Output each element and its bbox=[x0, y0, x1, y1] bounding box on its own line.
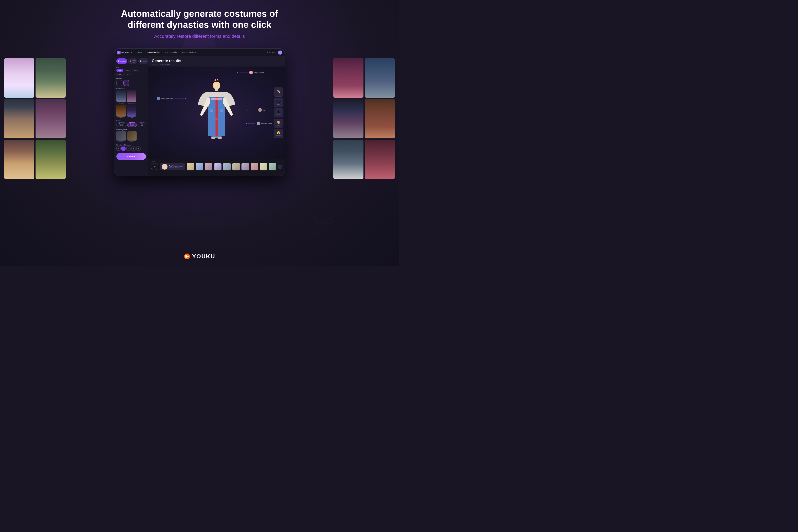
right-img-2 bbox=[365, 58, 395, 98]
inpainting-icon: ✏️ bbox=[277, 90, 280, 93]
download-icon: ⬇ bbox=[277, 110, 280, 114]
logo-icon: N bbox=[117, 51, 120, 54]
left-img-6 bbox=[36, 140, 66, 179]
svg-point-14 bbox=[217, 137, 222, 139]
project-thumb-9[interactable] bbox=[260, 163, 267, 170]
gender-female[interactable]: ♀ bbox=[124, 80, 129, 86]
right-img-4 bbox=[365, 99, 395, 138]
style-painting[interactable]: Painting bbox=[127, 131, 137, 142]
hd-icon: HD bbox=[277, 100, 281, 103]
folder-info: Tang Dynasty female Nov.24.2023 10:30 bbox=[169, 165, 183, 168]
center-figure bbox=[196, 77, 237, 148]
tab-clothes[interactable]: 👕 Clothes bbox=[116, 58, 127, 64]
header-title: Automatically generate costumes of diffe… bbox=[116, 8, 283, 30]
right-img-6 bbox=[365, 140, 395, 179]
nav-avatar[interactable] bbox=[278, 51, 282, 55]
prof-img-wuzhou bbox=[116, 90, 126, 102]
num-3[interactable]: 3 bbox=[126, 147, 131, 151]
drawing-label: Drawing style bbox=[116, 129, 146, 131]
app-navbar: N NICHANG AI Home Apparel design Trainin… bbox=[114, 49, 285, 56]
left-img-3 bbox=[4, 99, 34, 138]
project-next-button[interactable]: › bbox=[278, 165, 282, 169]
project-strip: Project + Tang Dynasty female Nov.24.202… bbox=[148, 159, 285, 176]
era-section: Era Tang Song Yuan Ming Qing bbox=[116, 66, 146, 76]
svg-point-4 bbox=[217, 79, 218, 80]
gender-male[interactable]: ♂ bbox=[116, 80, 122, 86]
project-thumb-6[interactable] bbox=[232, 163, 240, 170]
project-thumb-3[interactable] bbox=[205, 163, 212, 170]
nav-training[interactable]: Training model bbox=[164, 51, 178, 54]
prof-geisha[interactable]: Geisha bbox=[116, 104, 126, 118]
header-subtitle: Accurately restore different forms and d… bbox=[116, 34, 283, 39]
annotation-chest: Chest-length skirt bbox=[157, 97, 186, 100]
form-buttons: Round collar Cross collar Flat collar bbox=[116, 122, 146, 127]
prof-wuzhou[interactable]: Wu Zhou bbox=[116, 90, 126, 104]
era-buttons: Tang Song Yuan Ming Qing bbox=[116, 69, 146, 76]
project-thumb-8[interactable] bbox=[251, 163, 258, 170]
prof-court[interactable]: Court ladies bbox=[127, 90, 136, 104]
generate-meta: 2024.10.10 17:58 | 2 images bbox=[152, 64, 281, 65]
form-label: Form bbox=[116, 120, 146, 122]
folder-avatar bbox=[162, 164, 168, 170]
tab-makeup[interactable]: 💄 Make up bbox=[128, 58, 137, 64]
annotation-pattern: Baoxiang pattern bbox=[246, 121, 272, 125]
tool-style[interactable]: 🎨 style bbox=[274, 119, 283, 128]
style-original[interactable]: Original bbox=[116, 131, 126, 142]
project-thumb-2[interactable] bbox=[196, 163, 203, 170]
form-round[interactable]: Round collar bbox=[116, 122, 126, 127]
project-add-button[interactable]: + bbox=[151, 163, 158, 170]
deco-star-2: ✦ bbox=[345, 187, 347, 189]
content-header: Generate results 2024.10.10 17:58 | 2 im… bbox=[148, 56, 285, 66]
tool-resize[interactable]: HD Resize bbox=[274, 98, 283, 107]
nav-home[interactable]: Home bbox=[136, 51, 143, 54]
era-tang[interactable]: Tang bbox=[116, 69, 123, 72]
project-thumb-1[interactable] bbox=[187, 163, 194, 170]
left-img-4 bbox=[36, 99, 66, 138]
era-yuan[interactable]: Yuan bbox=[132, 69, 139, 72]
annotation-hairpin: Hairpin Flowers bbox=[237, 71, 264, 74]
scarf-thumb bbox=[258, 108, 262, 112]
deco-star-3: ✦ bbox=[83, 229, 85, 231]
profession-label: Profession bbox=[116, 88, 146, 89]
annotation-scarf-text: scarf bbox=[263, 109, 266, 111]
num-buttons: 1 2 3 4 5 bbox=[116, 147, 146, 151]
project-thumb-4[interactable] bbox=[214, 163, 222, 170]
form-section: Form Round collar Cross collar Flat coll… bbox=[116, 120, 146, 127]
num-images-section: Number of images 1 2 3 4 5 bbox=[116, 144, 146, 151]
project-thumb-5[interactable] bbox=[223, 163, 231, 170]
era-song[interactable]: Song bbox=[124, 69, 131, 72]
num-5[interactable]: 5 bbox=[136, 147, 140, 151]
tab-pattern[interactable]: 🔲 Pattern bbox=[138, 58, 148, 64]
prof-img-geisha bbox=[116, 104, 126, 117]
tablet-frame: N NICHANG AI Home Apparel design Trainin… bbox=[114, 49, 285, 176]
form-flat[interactable]: Flat collar bbox=[137, 122, 146, 127]
prof-knight[interactable]: Knight bbox=[127, 104, 136, 118]
project-thumb-7[interactable] bbox=[242, 163, 249, 170]
profession-cards: Wu Zhou Court ladies Geisha bbox=[116, 90, 146, 118]
era-ming[interactable]: Ming bbox=[116, 73, 123, 76]
num-1[interactable]: 1 bbox=[116, 147, 120, 151]
project-thumb-10[interactable] bbox=[269, 163, 277, 170]
nav-album[interactable]: 🖼 My Album bbox=[267, 52, 277, 53]
start-button[interactable]: START bbox=[116, 153, 146, 160]
right-side-images bbox=[333, 58, 395, 179]
form-cross[interactable]: Cross collar bbox=[127, 122, 137, 127]
tool-download[interactable]: ⬇ download bbox=[274, 108, 283, 117]
left-side-images bbox=[4, 58, 66, 179]
project-items: + Tang Dynasty female Nov.24.2023 10:30 bbox=[151, 163, 282, 170]
annotation-chest-text: Chest-length skirt bbox=[161, 98, 172, 99]
deco-circle-1 bbox=[314, 222, 326, 235]
svg-point-13 bbox=[211, 137, 216, 139]
num-2[interactable]: 2 bbox=[121, 147, 126, 151]
tool-inpainting[interactable]: ✏️ inpainting bbox=[274, 88, 283, 97]
era-qing[interactable]: Qing bbox=[124, 73, 131, 76]
prof-img-knight bbox=[127, 104, 136, 117]
tool-swap-face[interactable]: 😊 swap face bbox=[274, 129, 283, 138]
project-folder[interactable]: Tang Dynasty female Nov.24.2023 10:30 bbox=[160, 163, 185, 170]
right-img-5 bbox=[333, 140, 363, 179]
num-4[interactable]: 4 bbox=[131, 147, 135, 151]
profession-section: Profession Wu Zhou Court ladies bbox=[116, 88, 146, 118]
nav-apparel[interactable]: Apparel design bbox=[147, 51, 160, 54]
nav-pattern[interactable]: Pattern database bbox=[181, 51, 197, 54]
svg-rect-7 bbox=[215, 89, 218, 91]
